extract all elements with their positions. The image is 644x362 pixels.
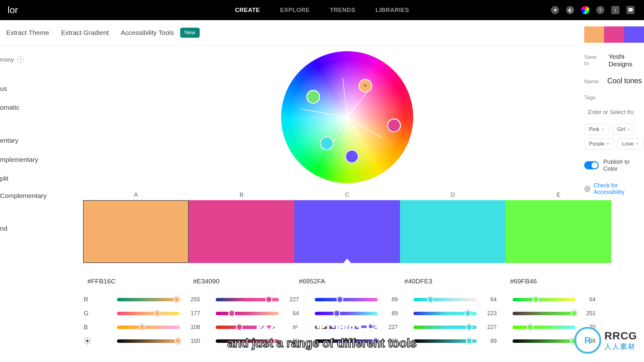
tab-extract-theme[interactable]: Extract Theme: [6, 29, 49, 36]
brightness-icon: [84, 337, 91, 345]
channel-value[interactable]: 64: [285, 310, 299, 317]
slider-thumb[interactable]: [466, 324, 473, 331]
slider-thumb[interactable]: [139, 324, 146, 331]
slider-thumb[interactable]: [464, 310, 471, 317]
color-wheel[interactable]: [281, 51, 413, 183]
nav-create[interactable]: CREATE: [235, 7, 260, 14]
channel-value[interactable]: 100: [186, 338, 200, 344]
mini-swatch[interactable]: [584, 26, 604, 43]
channel-slider[interactable]: [117, 339, 180, 343]
slider-thumb[interactable]: [427, 296, 434, 303]
swatch[interactable]: [83, 200, 189, 263]
channel-value[interactable]: 108: [186, 324, 200, 331]
mini-swatch[interactable]: [624, 26, 644, 43]
channel-slider[interactable]: [513, 326, 575, 329]
channel-slider[interactable]: [117, 298, 180, 301]
tab-extract-gradient[interactable]: Extract Gradient: [61, 29, 109, 36]
nav-trends[interactable]: TRENDS: [330, 7, 355, 14]
channel-slider[interactable]: [315, 298, 378, 301]
tag-chip[interactable]: Purple+: [584, 138, 614, 150]
harmony-item[interactable]: mplementary: [0, 150, 50, 169]
channel-slider[interactable]: [117, 326, 180, 329]
channel-value[interactable]: 255: [186, 296, 200, 303]
new-badge: New: [180, 28, 200, 38]
channel-value[interactable]: 89: [482, 338, 497, 344]
swatch[interactable]: [400, 200, 506, 263]
tag-chip[interactable]: Girl+: [612, 124, 635, 135]
harmony-item[interactable]: us: [0, 79, 50, 98]
slider-thumb[interactable]: [228, 310, 235, 317]
channel-slider[interactable]: [315, 312, 378, 315]
harmony-item[interactable]: nd: [0, 219, 50, 238]
slider-thumb[interactable]: [466, 337, 473, 344]
channel-slider[interactable]: [513, 312, 575, 315]
channel-slider[interactable]: [216, 298, 279, 301]
svg-point-0: [86, 340, 89, 342]
save-to-value[interactable]: Yeshi Designs: [608, 52, 644, 68]
channel-value[interactable]: 89: [383, 296, 398, 303]
help-icon[interactable]: ?: [596, 6, 604, 14]
publish-toggle[interactable]: [584, 161, 599, 169]
swatch[interactable]: [506, 200, 611, 263]
hex-value[interactable]: #6952FA: [294, 272, 400, 290]
harmony-item[interactable]: plit Complementary: [0, 169, 50, 205]
slider-thumb[interactable]: [571, 310, 578, 317]
swatch[interactable]: [189, 200, 294, 263]
channel-slider[interactable]: [414, 312, 476, 315]
hex-value[interactable]: #E34090: [189, 272, 294, 290]
channel-slider[interactable]: [216, 312, 279, 315]
nav-explore[interactable]: EXPLORE: [280, 7, 310, 14]
channel-value[interactable]: 177: [186, 310, 200, 317]
slider-thumb[interactable]: [236, 324, 243, 331]
colorwheel-icon[interactable]: [581, 6, 589, 14]
tab-accessibility-tools[interactable]: Accessibility Tools: [121, 29, 174, 36]
tag-chip[interactable]: Pink+: [584, 124, 609, 135]
channel-slider[interactable]: [414, 298, 476, 301]
hex-value[interactable]: #FFB16C: [83, 272, 189, 290]
wheel-handle[interactable]: [387, 118, 401, 132]
channel-value[interactable]: 64: [581, 296, 596, 303]
swatch[interactable]: [294, 200, 400, 263]
harmony-item[interactable]: entary: [0, 131, 50, 150]
wheel-handle[interactable]: [345, 150, 359, 163]
channel-slider[interactable]: [414, 339, 476, 343]
channel-slider[interactable]: [513, 298, 575, 301]
channel-value[interactable]: 227: [482, 324, 497, 331]
slider-thumb[interactable]: [265, 296, 272, 303]
slider-thumb[interactable]: [527, 324, 534, 331]
moon-icon[interactable]: ◐: [566, 6, 574, 14]
hex-value[interactable]: #40DFE3: [400, 272, 506, 290]
slider-thumb[interactable]: [175, 337, 181, 344]
channel-slider[interactable]: [513, 339, 575, 343]
slider-thumb[interactable]: [173, 296, 180, 303]
swatch-letter: C: [294, 191, 400, 200]
channel-value[interactable]: 89: [383, 310, 398, 317]
tags-input[interactable]: [584, 107, 638, 118]
star-icon[interactable]: ★: [551, 6, 559, 14]
chat-icon[interactable]: 💬: [626, 6, 635, 14]
swatch-letter: A: [83, 191, 189, 200]
name-label: Name: [584, 75, 598, 88]
nav-libraries[interactable]: LIBRARIES: [375, 7, 409, 14]
help-circle-icon[interactable]: ?: [17, 56, 24, 63]
theme-name[interactable]: Cool tones: [607, 75, 642, 91]
slider-thumb[interactable]: [154, 310, 161, 317]
feedback-icon[interactable]: !: [611, 6, 619, 14]
channel-slider[interactable]: [117, 312, 180, 315]
slider-thumb[interactable]: [336, 296, 343, 303]
channel-slider[interactable]: [414, 326, 476, 329]
wheel-handle[interactable]: [358, 79, 372, 93]
check-accessibility-link[interactable]: Check for Accessibility: [594, 182, 644, 195]
hex-value[interactable]: #69FB46: [506, 272, 611, 290]
wheel-handle[interactable]: [306, 90, 320, 104]
channel-value[interactable]: 227: [285, 296, 299, 303]
channel-value[interactable]: 64: [482, 296, 497, 303]
harmony-item[interactable]: omatic: [0, 98, 50, 117]
channel-value[interactable]: 223: [482, 310, 497, 317]
channel-value[interactable]: 251: [581, 310, 596, 317]
tag-chip[interactable]: Love+: [617, 138, 643, 150]
slider-thumb[interactable]: [333, 310, 340, 317]
slider-thumb[interactable]: [532, 296, 539, 303]
wheel-handle[interactable]: [320, 136, 334, 150]
mini-swatch[interactable]: [604, 26, 624, 43]
